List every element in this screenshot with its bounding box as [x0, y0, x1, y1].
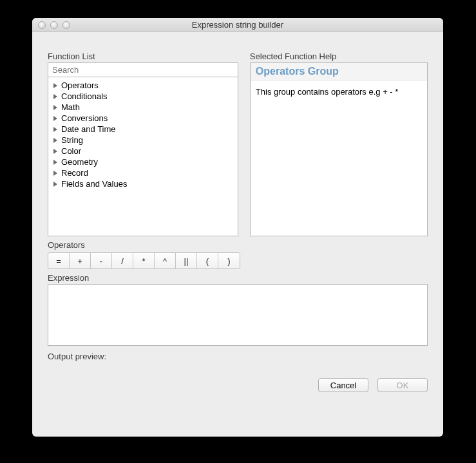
dialog-window: Expression string builder Function List … [32, 18, 443, 437]
help-label: Selected Function Help [250, 52, 428, 62]
operators-toolbar: = + - / * ^ || ( ) [48, 252, 240, 269]
op-multiply-button[interactable]: * [133, 253, 155, 269]
help-body: This group contains operators e.g + - * [251, 80, 427, 103]
tree-item-operators[interactable]: Operators [51, 80, 235, 91]
tree-item-label: Date and Time [61, 124, 116, 134]
tree-item-label: Geometry [61, 157, 98, 167]
help-box: Operators Group This group contains oper… [250, 62, 428, 236]
op-rparen-button[interactable]: ) [218, 253, 240, 269]
window-controls [32, 21, 70, 29]
chevron-right-icon [53, 116, 57, 121]
titlebar: Expression string builder [32, 18, 443, 32]
tree-item-conditionals[interactable]: Conditionals [51, 91, 235, 102]
tree-item-label: String [61, 135, 83, 145]
chevron-right-icon [53, 83, 57, 88]
tree-item-label: Operators [61, 80, 99, 90]
zoom-icon[interactable] [62, 21, 70, 29]
cancel-button[interactable]: Cancel [318, 378, 368, 392]
chevron-right-icon [53, 94, 57, 99]
operators-label: Operators [48, 240, 428, 250]
search-input[interactable] [48, 62, 238, 77]
minimize-icon[interactable] [50, 21, 58, 29]
ok-button[interactable]: OK [377, 378, 428, 392]
close-icon[interactable] [38, 21, 46, 29]
chevron-right-icon [53, 171, 57, 176]
chevron-right-icon [53, 138, 57, 143]
tree-item-fields-values[interactable]: Fields and Values [51, 178, 235, 189]
tree-item-geometry[interactable]: Geometry [51, 156, 235, 167]
help-section: Selected Function Help Operators Group T… [250, 44, 428, 236]
tree-item-label: Color [61, 146, 81, 156]
tree-item-record[interactable]: Record [51, 167, 235, 178]
dialog-content: Function List Operators Conditionals Mat… [32, 32, 443, 404]
tree-item-label: Conversions [61, 113, 108, 123]
tree-item-label: Conditionals [61, 91, 108, 101]
tree-item-label: Fields and Values [61, 179, 127, 189]
tree-item-color[interactable]: Color [51, 146, 235, 156]
tree-item-conversions[interactable]: Conversions [51, 113, 235, 124]
op-plus-button[interactable]: + [70, 253, 91, 269]
chevron-right-icon [53, 127, 57, 132]
function-tree[interactable]: Operators Conditionals Math Conversions [48, 77, 238, 236]
op-lparen-button[interactable]: ( [197, 253, 218, 269]
op-power-button[interactable]: ^ [155, 253, 176, 269]
output-preview-label: Output preview: [48, 352, 428, 361]
tree-item-label: Math [61, 102, 80, 112]
function-list-section: Function List Operators Conditionals Mat… [48, 44, 238, 236]
expression-input[interactable] [48, 284, 428, 346]
expression-label: Expression [48, 273, 428, 283]
dialog-footer: Cancel OK [48, 378, 428, 392]
op-minus-button[interactable]: - [91, 253, 112, 269]
help-title: Operators Group [256, 66, 339, 77]
chevron-right-icon [53, 160, 57, 165]
tree-item-math[interactable]: Math [51, 102, 235, 113]
chevron-right-icon [53, 149, 57, 154]
tree-item-string[interactable]: String [51, 135, 235, 146]
chevron-right-icon [53, 105, 57, 110]
help-title-row: Operators Group [251, 63, 427, 80]
window-title: Expression string builder [32, 20, 443, 30]
tree-item-date-time[interactable]: Date and Time [51, 124, 235, 135]
function-list-label: Function List [48, 52, 238, 62]
op-divide-button[interactable]: / [112, 253, 133, 269]
tree-item-label: Record [61, 168, 88, 178]
op-equals-button[interactable]: = [48, 253, 70, 269]
op-concat-button[interactable]: || [176, 253, 197, 269]
chevron-right-icon [53, 182, 57, 187]
